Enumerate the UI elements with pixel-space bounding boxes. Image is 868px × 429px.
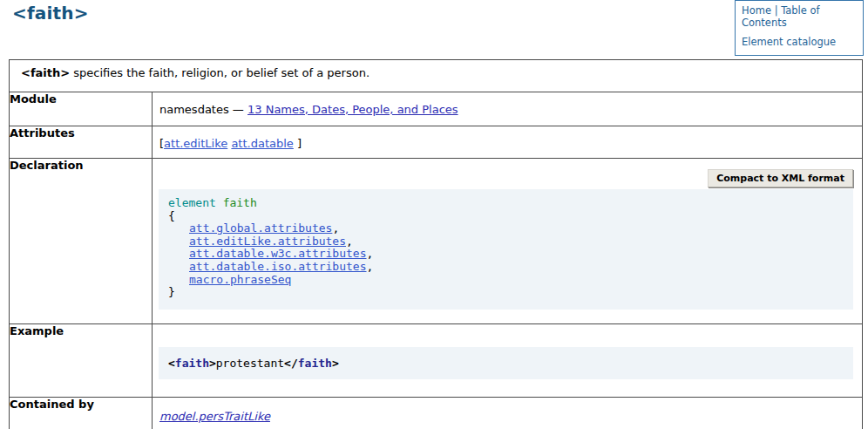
attributes-label: Attributes (10, 126, 153, 159)
declaration-label: Declaration (10, 159, 153, 324)
attributes-value-cell: [att.editLike att.datable ] (153, 126, 863, 159)
declaration-member: att.editLike.attributes, (168, 235, 844, 249)
attributes-row: Attributes [att.editLike att.datable ] (10, 126, 863, 159)
example-end-gi: faith (298, 357, 332, 370)
declaration-link-att-datable-iso-attributes[interactable]: att.datable.iso.attributes (189, 260, 367, 273)
compact-to-xml-button[interactable]: Compact to XML format (708, 169, 853, 187)
description-row: <faith> specifies the faith, religion, o… (10, 60, 863, 92)
rnc-element-name: faith (223, 196, 257, 209)
declaration-line-element: element faith (168, 197, 844, 210)
contained-by-link-model-perstraitlike[interactable]: model.persTraitLike (159, 410, 270, 423)
element-gi: <faith> (21, 66, 70, 79)
nav-line-1: Home | Table of Contents (742, 4, 858, 29)
example-open-lt: < (168, 357, 175, 370)
declaration-row: Declaration Compact to XML format elemen… (10, 159, 863, 324)
declaration-link-att-datable-w3c-attributes[interactable]: att.datable.w3c.attributes (189, 247, 367, 260)
contained-by-value-cell: model.persTraitLike (153, 398, 863, 429)
nav-box: Home | Table of Contents Element catalog… (735, 0, 864, 56)
attribute-class-link-editlike[interactable]: att.editLike (164, 137, 227, 150)
nav-separator: | (775, 4, 778, 17)
contained-by-row: Contained by model.persTraitLike (10, 398, 863, 429)
declaration-member: att.global.attributes, (168, 222, 844, 235)
example-label: Example (10, 324, 153, 398)
nav-link-element-catalogue[interactable]: Element catalogue (742, 36, 836, 48)
contained-by-label: Contained by (10, 398, 153, 429)
attributes-close-bracket: ] (297, 137, 302, 150)
example-code-block: <faith>protestant</faith> (159, 347, 853, 379)
module-chapter-link[interactable]: 13 Names, Dates, People, and Places (248, 103, 458, 116)
declaration-link-att-editlike-attributes[interactable]: att.editLike.attributes (189, 235, 346, 248)
declaration-member: macro.phraseSeq (168, 274, 844, 287)
example-value-cell: <faith>protestant</faith> (153, 324, 863, 398)
declaration-link-att-global-attributes[interactable]: att.global.attributes (189, 221, 332, 235)
declaration-close-brace: } (168, 286, 844, 299)
attribute-class-link-datable[interactable]: att.datable (231, 137, 293, 150)
description-cell: <faith> specifies the faith, religion, o… (10, 60, 863, 92)
example-row: Example <faith>protestant</faith> (10, 324, 863, 398)
declaration-value-cell: Compact to XML format element faith { at… (153, 159, 863, 324)
declaration-link-macro-phraseseq[interactable]: macro.phraseSeq (189, 273, 291, 286)
example-end-gt: > (332, 357, 339, 370)
example-open-gi: faith (175, 357, 209, 370)
declaration-open-brace: { (168, 210, 844, 223)
description-text: specifies the faith, religion, or belief… (70, 66, 370, 79)
module-value-cell: namesdates — 13 Names, Dates, People, an… (153, 92, 863, 126)
declaration-member: att.datable.w3c.attributes, (168, 248, 844, 261)
example-end-lt: </ (284, 357, 298, 370)
example-open-gt: > (209, 357, 216, 370)
declaration-member: att.datable.iso.attributes, (168, 261, 844, 274)
page-title: <faith> (12, 3, 89, 24)
comma: , (367, 260, 374, 273)
module-name: namesdates — (159, 103, 248, 116)
comma: , (346, 235, 353, 248)
example-content: protestant (216, 357, 284, 370)
nav-line-2: Element catalogue (742, 36, 858, 48)
declaration-code-block: element faith { att.global.attributes, a… (159, 189, 853, 310)
module-label: Module (10, 92, 153, 126)
element-reference-table: <faith> specifies the faith, religion, o… (9, 59, 863, 429)
rnc-keyword: element (168, 196, 216, 209)
comma: , (367, 247, 374, 260)
module-row: Module namesdates — 13 Names, Dates, Peo… (10, 92, 863, 126)
comma: , (332, 221, 339, 235)
nav-link-home[interactable]: Home (742, 4, 771, 17)
